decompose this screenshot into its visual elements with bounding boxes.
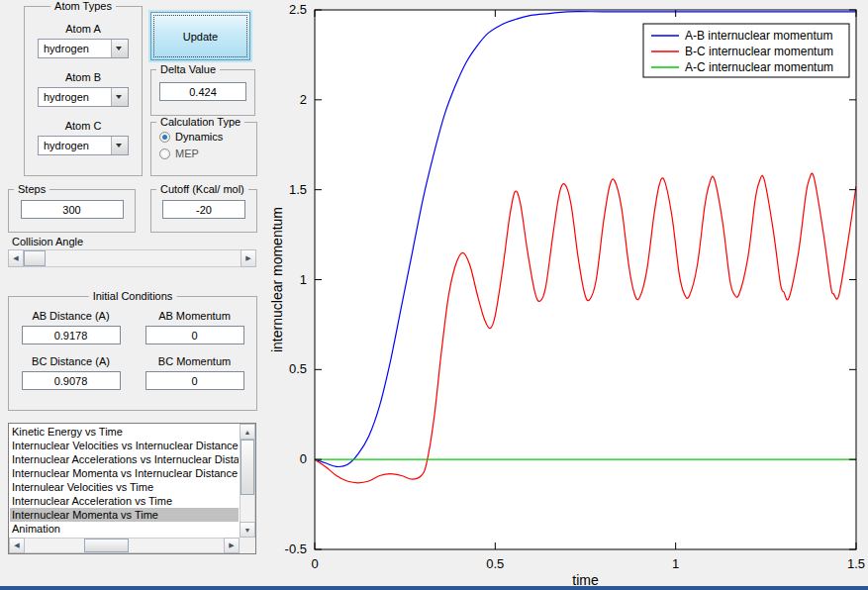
initial-conditions-panel: Initial Conditions AB Distance (A) AB Mo…: [8, 296, 257, 411]
list-item[interactable]: Internuclear Velocities vs Internuclear …: [10, 439, 239, 452]
steps-input[interactable]: [21, 200, 124, 219]
legend-entry-label: A-C internuclear momentum: [685, 60, 833, 74]
radio-dynamics-label: Dynamics: [175, 131, 223, 143]
plot-type-listbox[interactable]: Kinetic Energy vs Time Internuclear Velo…: [8, 423, 256, 554]
y-tick-label: 2: [300, 92, 307, 107]
collision-angle-thumb[interactable]: [24, 250, 46, 266]
list-vscroll-track[interactable]: [240, 440, 255, 522]
x-tick-label: 0.5: [486, 556, 504, 571]
bc-distance-label: BC Distance (A): [9, 355, 133, 367]
ab-distance-input[interactable]: [22, 326, 121, 344]
legend-entry-label: A-B internuclear momentum: [685, 29, 832, 43]
atom-c-dropdown-button[interactable]: [111, 137, 128, 154]
list-hscroll-thumb[interactable]: [84, 539, 129, 552]
radio-dynamics-circle[interactable]: [159, 132, 170, 143]
chevron-down-icon: [116, 47, 122, 50]
scroll-up-button[interactable]: ▲: [240, 424, 255, 440]
delta-value-title: Delta Value: [156, 63, 220, 75]
radio-dynamics[interactable]: Dynamics: [159, 131, 256, 143]
plot-background: [315, 10, 856, 549]
atom-c-dropdown[interactable]: hydrogen: [38, 136, 129, 155]
steps-title: Steps: [14, 183, 49, 195]
x-tick-label: 1.5: [847, 556, 865, 571]
x-tick-label: 0: [311, 556, 318, 571]
calculation-type-panel: Calculation Type Dynamics MEP: [150, 122, 257, 176]
y-tick-label: 1: [300, 272, 307, 287]
update-button[interactable]: Update: [150, 12, 250, 60]
radio-mep[interactable]: MEP: [159, 148, 256, 159]
radio-mep-label: MEP: [175, 148, 199, 159]
steps-panel: Steps: [8, 189, 136, 233]
atom-c-value: hydrogen: [44, 140, 89, 151]
atom-a-dropdown-button[interactable]: [111, 40, 128, 57]
list-item[interactable]: Internuclear Momenta vs Time: [10, 508, 239, 522]
atom-a-dropdown[interactable]: hydrogen: [38, 39, 129, 58]
ab-distance-label: AB Distance (A): [9, 310, 133, 322]
plot-type-list: Kinetic Energy vs Time Internuclear Velo…: [10, 425, 239, 537]
list-hscroll-track[interactable]: [25, 538, 224, 553]
y-tick-label: -0.5: [285, 541, 307, 556]
atom-a-value: hydrogen: [44, 43, 89, 54]
calculation-type-title: Calculation Type: [156, 116, 244, 128]
scrollbar-corner: [240, 538, 255, 553]
chevron-down-icon: [116, 95, 122, 99]
scroll-down-button[interactable]: ▼: [240, 522, 255, 538]
legend-entry-label: B-C internuclear momentum: [685, 45, 833, 58]
list-item[interactable]: Internulear Velocities vs Time: [10, 480, 239, 494]
collision-angle-scrollbar[interactable]: ◀ ▶: [8, 249, 256, 267]
atom-b-value: hydrogen: [44, 91, 89, 103]
atom-b-dropdown-button[interactable]: [111, 88, 128, 106]
initial-conditions-title: Initial Conditions: [89, 290, 177, 302]
cutoff-panel: Cutoff (Kcal/ mol): [150, 189, 257, 233]
chevron-down-icon: [116, 144, 122, 148]
list-item[interactable]: Internuclear Accelerations vs Internucle…: [10, 452, 239, 466]
y-tick-label: 0: [300, 451, 307, 466]
y-tick-label: 0.5: [289, 361, 307, 376]
window-bottom-edge: [0, 586, 868, 590]
bc-momentum-input[interactable]: [145, 371, 244, 390]
scroll-left-button[interactable]: ◀: [9, 538, 25, 553]
scroll-right-button[interactable]: ▶: [241, 249, 256, 267]
y-axis-label: internuclear momentum: [269, 207, 285, 352]
atom-c-label: Atom C: [25, 120, 142, 132]
chart-svg: 00.511.5-0.500.511.522.5timeinternuclear…: [262, 0, 868, 590]
atom-types-panel: Atom Types Atom A hydrogen Atom B hydrog…: [24, 6, 143, 176]
list-vertical-scrollbar[interactable]: ▲ ▼: [240, 424, 255, 538]
delta-value-input[interactable]: [159, 82, 246, 101]
atom-b-label: Atom B: [25, 71, 142, 83]
momentum-chart: 00.511.5-0.500.511.522.5timeinternuclear…: [262, 0, 868, 590]
atom-b-dropdown[interactable]: hydrogen: [38, 87, 129, 107]
list-item[interactable]: Internuclear Momenta vs Internuclear Dis…: [10, 466, 239, 480]
radio-mep-circle[interactable]: [159, 148, 170, 159]
collision-angle-label: Collision Angle: [12, 236, 83, 247]
scroll-right-button[interactable]: ▶: [224, 538, 240, 553]
list-vscroll-thumb[interactable]: [241, 440, 254, 495]
y-tick-label: 2.5: [289, 2, 307, 17]
list-horizontal-scrollbar[interactable]: ◀ ▶: [9, 538, 240, 553]
list-item[interactable]: Internuclear Acceleration vs Time: [10, 494, 239, 508]
atom-a-label: Atom A: [25, 23, 142, 35]
bc-momentum-label: BC Momentum: [133, 355, 256, 367]
app-window: Atom Types Atom A hydrogen Atom B hydrog…: [0, 0, 868, 590]
ab-momentum-input[interactable]: [145, 326, 244, 344]
cutoff-title: Cutoff (Kcal/ mol): [156, 183, 248, 195]
scroll-left-button[interactable]: ◀: [8, 249, 24, 267]
list-item[interactable]: Animation: [10, 522, 239, 536]
bc-distance-input[interactable]: [22, 371, 121, 390]
cutoff-input[interactable]: [162, 200, 245, 219]
atom-types-title: Atom Types: [50, 0, 116, 12]
delta-value-panel: Delta Value: [150, 69, 255, 116]
x-tick-label: 1: [672, 556, 679, 571]
y-tick-label: 1.5: [289, 182, 307, 197]
ab-momentum-label: AB Momentum: [133, 310, 256, 322]
list-item[interactable]: Kinetic Energy vs Time: [10, 425, 239, 439]
collision-angle-track[interactable]: [24, 249, 241, 267]
